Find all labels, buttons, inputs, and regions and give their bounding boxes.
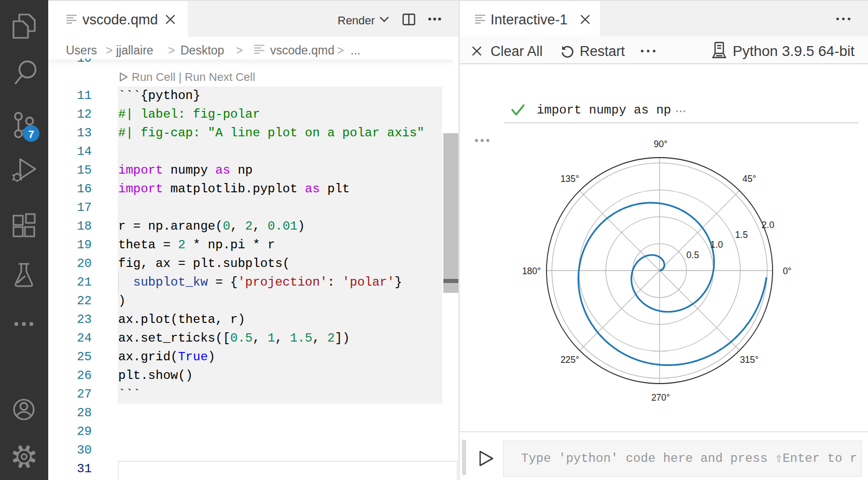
svg-text:1.0: 1.0 xyxy=(710,239,723,250)
svg-text:2.0: 2.0 xyxy=(762,220,775,230)
svg-text:90°: 90° xyxy=(654,139,667,149)
svg-text:315°: 315° xyxy=(740,355,759,365)
svg-text:135°: 135° xyxy=(561,174,579,184)
svg-text:0°: 0° xyxy=(783,266,792,276)
svg-text:225°: 225° xyxy=(561,355,579,365)
svg-text:45°: 45° xyxy=(743,174,756,184)
svg-text:1.5: 1.5 xyxy=(735,230,748,240)
svg-text:180°: 180° xyxy=(522,266,541,276)
svg-text:270°: 270° xyxy=(651,392,670,403)
svg-text:0.5: 0.5 xyxy=(687,250,699,260)
svg-text:7: 7 xyxy=(28,128,34,140)
